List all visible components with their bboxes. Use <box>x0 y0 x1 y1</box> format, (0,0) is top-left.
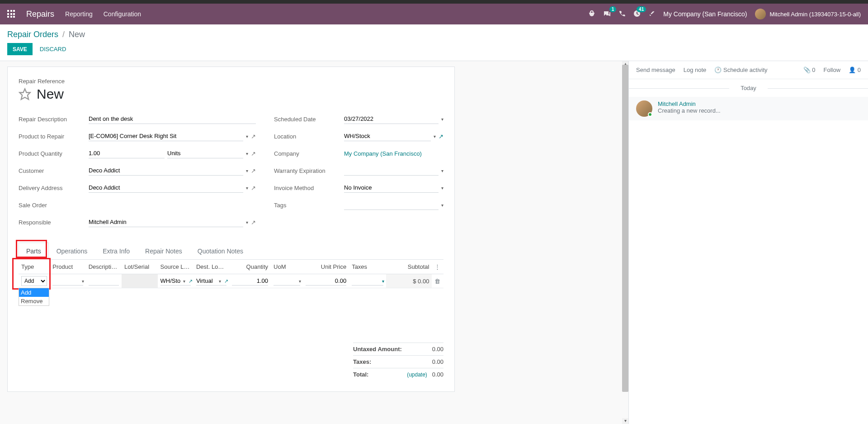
chevron-down-icon[interactable]: ▾ <box>82 279 84 284</box>
follow-button[interactable]: Follow <box>824 67 841 73</box>
external-link-icon[interactable]: ↗ <box>251 185 256 191</box>
chevron-down-icon[interactable]: ▾ <box>246 186 248 191</box>
external-link-icon[interactable]: ↗ <box>251 167 256 174</box>
user-menu[interactable]: Mitchell Admin (13934073-15-0-all) <box>755 9 861 19</box>
repair-description-input[interactable] <box>89 114 256 124</box>
chevron-down-icon[interactable]: ▾ <box>246 134 248 139</box>
type-dropdown: Add Remove <box>19 288 49 306</box>
message-author[interactable]: Mitchell Admin <box>658 100 721 107</box>
debug-icon[interactable] <box>588 10 595 19</box>
customer-label: Customer <box>19 167 89 174</box>
tab-repair-notes[interactable]: Repair Notes <box>137 243 190 260</box>
product-quantity-input[interactable] <box>89 148 165 158</box>
col-dest[interactable]: Dest. Lo… <box>193 260 229 274</box>
send-message-button[interactable]: Send message <box>636 67 675 73</box>
description-cell[interactable] <box>89 276 119 286</box>
tab-quotation-notes[interactable]: Quotation Notes <box>190 243 251 260</box>
schedule-activity-button[interactable]: 🕐 Schedule activity <box>714 67 767 73</box>
scheduled-date-input[interactable] <box>344 114 439 124</box>
discard-button[interactable]: DISCARD <box>34 43 72 55</box>
chevron-down-icon[interactable]: ▾ <box>219 279 221 284</box>
log-note-button[interactable]: Log note <box>684 67 707 73</box>
breadcrumb-parent[interactable]: Repair Orders <box>7 30 58 39</box>
product-to-repair-input[interactable] <box>89 131 243 141</box>
dest-cell[interactable] <box>196 276 226 286</box>
external-link-icon[interactable]: ↗ <box>251 219 256 226</box>
update-link[interactable]: (update) <box>407 372 427 378</box>
chevron-down-icon[interactable]: ▾ <box>441 117 443 122</box>
invoice-method-input[interactable] <box>344 183 439 193</box>
product-uom-input[interactable] <box>167 148 243 158</box>
chevron-down-icon[interactable]: ▾ <box>441 168 443 173</box>
external-link-icon[interactable]: ↗ <box>224 278 228 284</box>
col-subtotal[interactable]: Subtotal <box>386 260 432 274</box>
location-label: Location <box>274 133 344 140</box>
message-item: Mitchell Admin Creating a new record... <box>629 97 868 120</box>
sale-order-input[interactable] <box>89 200 256 210</box>
save-button[interactable]: SAVE <box>7 43 33 55</box>
col-uom[interactable]: UoM <box>271 260 303 274</box>
chevron-down-icon[interactable]: ▾ <box>246 151 248 156</box>
tags-input[interactable] <box>344 200 439 210</box>
chevron-down-icon[interactable]: ▾ <box>246 168 248 173</box>
company-link[interactable]: My Company (San Francisco) <box>344 149 443 158</box>
tab-operations[interactable]: Operations <box>49 243 95 260</box>
chevron-down-icon[interactable]: ▾ <box>382 279 384 284</box>
total-label: Total: <box>353 371 368 378</box>
product-to-repair-label: Product to Repair <box>19 133 89 140</box>
quantity-cell[interactable] <box>232 276 268 286</box>
uom-cell[interactable] <box>274 276 300 286</box>
type-option-remove[interactable]: Remove <box>19 297 49 305</box>
chevron-down-icon[interactable]: ▾ <box>434 134 436 139</box>
external-link-icon[interactable]: ↗ <box>439 133 443 140</box>
col-taxes[interactable]: Taxes <box>349 260 386 274</box>
user-name: Mitchell Admin (13934073-15-0-all) <box>769 11 861 18</box>
external-link-icon[interactable]: ↗ <box>189 278 193 284</box>
phone-icon[interactable] <box>619 10 625 18</box>
nav-reporting[interactable]: Reporting <box>65 10 93 18</box>
tab-extra-info[interactable]: Extra Info <box>95 243 137 260</box>
tab-parts[interactable]: Parts <box>19 243 49 260</box>
app-brand[interactable]: Repairs <box>26 10 54 19</box>
type-select[interactable]: Add <box>21 276 47 286</box>
nav-configuration[interactable]: Configuration <box>104 10 141 18</box>
customer-input[interactable] <box>89 166 243 176</box>
location-input[interactable] <box>344 131 431 141</box>
chevron-down-icon[interactable]: ▾ <box>183 279 185 284</box>
apps-icon[interactable] <box>7 10 15 18</box>
col-quantity[interactable]: Quantity <box>229 260 271 274</box>
external-link-icon[interactable]: ↗ <box>251 150 256 157</box>
attachments-button[interactable]: 📎 0 <box>803 67 816 73</box>
scroll-down-arrow[interactable]: ▾ <box>622 418 628 424</box>
col-type[interactable]: Type <box>19 260 50 274</box>
source-cell[interactable] <box>160 276 191 286</box>
external-link-icon[interactable]: ↗ <box>251 133 256 140</box>
chevron-down-icon[interactable]: ▾ <box>441 186 443 191</box>
messages-icon[interactable]: 1 <box>604 10 611 19</box>
followers-button[interactable]: 👤 0 <box>849 67 861 73</box>
product-cell[interactable] <box>52 276 83 286</box>
type-option-add[interactable]: Add <box>19 288 49 297</box>
col-description[interactable]: Descripti… <box>86 260 122 274</box>
unit-price-cell[interactable] <box>306 276 346 286</box>
favorite-star-icon[interactable] <box>19 88 31 100</box>
company-switcher[interactable]: My Company (San Francisco) <box>663 10 747 18</box>
kebab-icon[interactable]: ⋮ <box>434 263 440 270</box>
responsible-input[interactable] <box>89 217 243 227</box>
col-source[interactable]: Source L… <box>158 260 193 274</box>
activities-icon[interactable]: 41 <box>633 10 641 19</box>
col-unit-price[interactable]: Unit Price <box>303 260 349 274</box>
col-product[interactable]: Product <box>50 260 85 274</box>
parts-table: Type Product Descripti… Lot/Serial Sourc… <box>19 260 443 288</box>
warranty-expiration-input[interactable] <box>344 166 439 176</box>
taxes-cell[interactable] <box>352 276 383 286</box>
trash-icon[interactable]: 🗑 <box>434 278 440 285</box>
scrollbar-thumb[interactable] <box>622 65 628 392</box>
tools-icon[interactable] <box>649 10 655 18</box>
chevron-down-icon[interactable]: ▾ <box>441 203 443 208</box>
chevron-down-icon[interactable]: ▾ <box>246 220 248 225</box>
chevron-down-icon[interactable]: ▾ <box>299 279 301 284</box>
col-lot-serial[interactable]: Lot/Serial <box>122 260 157 274</box>
delivery-address-input[interactable] <box>89 183 243 193</box>
record-title: New <box>37 86 64 102</box>
